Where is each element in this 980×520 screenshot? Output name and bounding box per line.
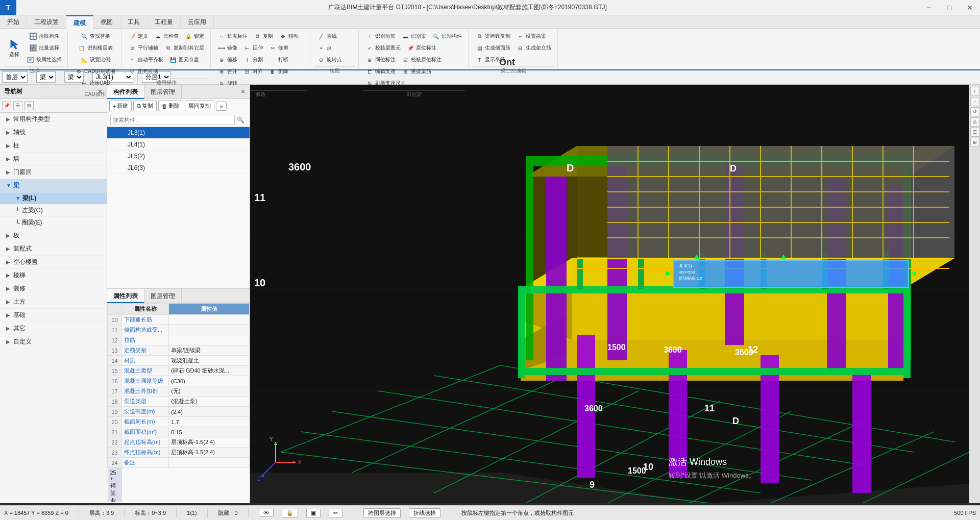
nav-item-custom[interactable]: ▶自定义 [0, 335, 107, 349]
split-button[interactable]: ⌇分割 [240, 54, 265, 65]
rebar-button[interactable]: ⊞重提梁筋 [399, 66, 434, 77]
table-row[interactable]: 19泵送高度(m)(2.4) [108, 407, 250, 417]
table-row[interactable]: 11侧面构造或受... [108, 325, 250, 335]
mirror-button[interactable]: ⟺镜像 [215, 42, 240, 54]
maximize-button[interactable]: □ [939, 0, 960, 15]
define-button[interactable]: 📝定义 [126, 31, 151, 42]
table-row[interactable]: 18泵送类型(混凝土泵) [108, 397, 250, 407]
search-input[interactable] [110, 115, 235, 125]
nav-item-earthwork[interactable]: ▶土方 [0, 295, 107, 309]
edit-support-button[interactable]: ⊏编辑支座 [363, 66, 398, 77]
minimize-button[interactable]: － [919, 0, 939, 15]
refresh-support-button[interactable]: ↻刷新支座尺寸 [363, 78, 408, 89]
comp-item-jl6[interactable]: JL6(3) [107, 162, 250, 174]
nav-sub-item-beam-g[interactable]: └ 连梁(G) [0, 205, 107, 217]
viewport-3d[interactable]: JL3(1) 400×500 层顶标高-1.5 X Y Z 3600 11 10… [250, 85, 980, 503]
cloud-check-button[interactable]: ☁云检查 [151, 31, 181, 42]
hide-show-button[interactable]: 👁 [259, 509, 274, 517]
point-button[interactable]: •点 [314, 42, 334, 54]
table-row[interactable]: 12拉筋 [108, 335, 250, 345]
copy-to-layer-button[interactable]: ⧉复制到其它层 [161, 42, 207, 54]
ribbon-tab-开始[interactable]: 开始 [0, 15, 27, 29]
new-component-button[interactable]: + 新建 [109, 101, 132, 111]
same-mark-button[interactable]: ⊜同位标注 [363, 54, 398, 65]
table-row[interactable]: 21截面面积(m²)0.15 [108, 427, 250, 437]
close-button[interactable]: ✕ [960, 0, 980, 15]
find-replace-button[interactable]: 🔍查找替换 [72, 31, 118, 42]
zoom-out-button[interactable]: − [970, 97, 979, 106]
nav-item-decoration[interactable]: ▶装修 [0, 282, 107, 295]
delete-component-button[interactable]: 🗑 删除 [158, 101, 183, 111]
nav-item-wall[interactable]: ▶墙 [0, 153, 107, 166]
table-row[interactable]: 20截面周长(m)1.7 [108, 417, 250, 427]
nav-item-hollow[interactable]: ▶空心楼盖 [0, 256, 107, 269]
check-mark-button[interactable]: ☑校核原位标注 [399, 54, 444, 65]
rotate-view-button[interactable]: ↺ [970, 107, 979, 116]
id-hanger-button[interactable]: ⊤识别吊筋 [363, 31, 398, 42]
pick-component-button[interactable]: 拾取构件 [24, 31, 64, 42]
nav-item-column[interactable]: ▶柱 [0, 139, 107, 153]
nav-item-slab[interactable]: ▶板 [0, 229, 107, 242]
identify-floor-button[interactable]: 📋识别楼层表 [72, 42, 118, 54]
auto-align-button[interactable]: ≡自动平齐板 [126, 54, 166, 65]
ribbon-tab-工程量[interactable]: 工程量 [148, 15, 181, 29]
reset-view-button[interactable]: ◎ [970, 117, 979, 127]
nav-item-axis[interactable]: ▶轴线 [0, 126, 107, 139]
id-comp-button[interactable]: 🔍识别构件 [429, 31, 464, 42]
nav-sub-item-beam-l[interactable]: ▼ 梁(L) [0, 192, 107, 205]
prop-value-input[interactable] [171, 460, 247, 466]
nav-item-common-types[interactable]: ▶常用构件类型 [0, 113, 107, 126]
nav-item-foundation[interactable]: ▶基础 [0, 309, 107, 322]
draw-mode-button[interactable]: ✏ [329, 509, 342, 517]
select-mode-button[interactable]: ▣ [306, 509, 321, 517]
ribbon-tab-云应用[interactable]: 云应用 [181, 15, 214, 29]
table-row[interactable]: 15混凝土类型(碎石 GD40 细砂水泥... [108, 366, 250, 376]
parallel-axis-button[interactable]: ⊘平行辅轴 [126, 42, 161, 54]
extend-button[interactable]: ⊢延伸 [240, 42, 265, 54]
tab-properties[interactable]: 属性列表 [107, 289, 144, 303]
id-beam-button[interactable]: ▬识别梁 [399, 31, 429, 42]
search-icon[interactable]: 🔍 [235, 116, 247, 123]
nav-grid-button[interactable]: ⊞ [24, 101, 34, 110]
more-button[interactable]: » [216, 102, 226, 111]
origin-mark-button[interactable]: 📌原位标注 [404, 42, 439, 54]
gen-erect-button[interactable]: ⊟生成架立筋 [513, 42, 554, 54]
check-beam-button[interactable]: ✓校核梁图元 [363, 42, 403, 54]
move-button[interactable]: ✥移动 [276, 31, 301, 42]
copy-beam-span-button[interactable]: ⧉梁跨数复制 [473, 31, 513, 42]
nav-item-other[interactable]: ▶其它 [0, 322, 107, 335]
batch-select-button[interactable]: 批量选择 [24, 42, 64, 54]
table-row[interactable]: 24备注 [108, 458, 250, 468]
line-button[interactable]: ╱直线 [314, 31, 339, 42]
ribbon-tab-工程设置[interactable]: 工程设置 [27, 15, 66, 29]
copy-component-button[interactable]: ⧉ 复制 [133, 101, 157, 111]
set-scale-button[interactable]: 📐设置比例 [72, 54, 118, 65]
break-button[interactable]: ⋯打断 [266, 54, 291, 65]
ribbon-tab-工具[interactable]: 工具 [120, 15, 148, 29]
select-button[interactable]: 选择 [5, 35, 23, 61]
tab-layer-mgmt-bottom[interactable]: 图层管理 [144, 289, 182, 303]
trim-button[interactable]: ✂修剪 [266, 42, 291, 54]
delete-button[interactable]: 🗑删除 [266, 66, 291, 77]
nav-item-stair[interactable]: ▶楼梯 [0, 269, 107, 282]
nav-pin-button[interactable]: 📌 [2, 101, 11, 110]
table-row[interactable]: 14材质现浇混凝土 [108, 356, 250, 366]
nav-list-button[interactable]: ☰ [13, 101, 22, 110]
rotate-button[interactable]: ↻旋转 [215, 78, 240, 89]
restore-cad-button[interactable]: ↩还原CAD [72, 78, 118, 89]
interlayer-copy-button[interactable]: 层间复制 [185, 101, 214, 111]
filter-element-button[interactable]: ▽图元过滤 [126, 66, 161, 77]
table-row[interactable]: 10下部通长筋 [108, 315, 250, 325]
table-row[interactable]: 25 + 钢筋业务属性 [108, 468, 250, 503]
nav-sub-item-beam-e[interactable]: └ 圈梁(E) [0, 217, 107, 229]
cross-layer-select-button[interactable]: 跨图层选择 [363, 508, 401, 518]
merge-button[interactable]: ⊕合并 [215, 66, 240, 77]
ribbon-tab-建模[interactable]: 建模 [66, 15, 93, 29]
tab-layer-mgmt-top[interactable]: 图层管理 [144, 85, 182, 99]
snap-button[interactable]: ⊞ [970, 138, 979, 147]
prop-select-button[interactable]: 按属性选择 [24, 54, 64, 65]
view-options-button[interactable]: ☰ [970, 128, 979, 137]
ribbon-tab-视图[interactable]: 视图 [93, 15, 120, 29]
gen-side-rebar-button[interactable]: ▤生成侧面筋 [473, 42, 513, 54]
zoom-in-button[interactable]: + [970, 87, 979, 96]
